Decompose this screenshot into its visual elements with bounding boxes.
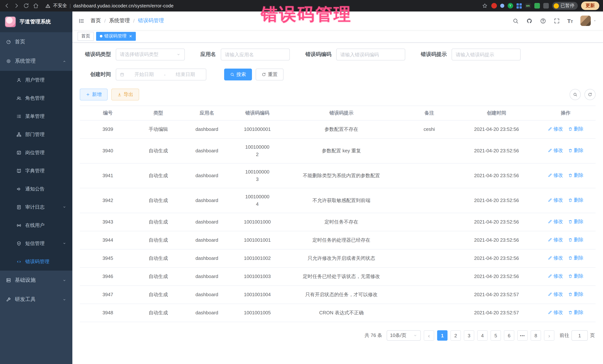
date-range-picker[interactable]: 开始日期 - 结束日期: [116, 69, 206, 80]
sidebar-item-通知公告[interactable]: 通知公告: [0, 180, 72, 198]
delete-link[interactable]: 删除: [568, 236, 583, 243]
extension-icon-puzzle[interactable]: [543, 3, 549, 9]
header-search-button[interactable]: [512, 18, 519, 24]
tag-首页[interactable]: 首页: [78, 32, 94, 41]
edit-icon: [548, 173, 552, 177]
sidebar-item-部门管理[interactable]: 部门管理: [0, 125, 72, 143]
table-header-row: 编号 类型 应用名 错误码编码 错误码提示 备注 创建时间 操作: [80, 106, 596, 120]
error-type-select[interactable]: 请选择错误码类型: [116, 49, 185, 60]
sidebar-item-岗位管理[interactable]: 岗位管理: [0, 143, 72, 162]
paused-badge[interactable]: 已暂停: [552, 2, 578, 10]
sidebar-item-角色管理[interactable]: 角色管理: [0, 89, 72, 107]
extension-icon-red[interactable]: [491, 3, 497, 9]
page-button-1[interactable]: 1: [437, 330, 448, 341]
user-menu[interactable]: [580, 16, 597, 26]
sidebar-item-错误码管理[interactable]: 错误码管理: [0, 253, 72, 271]
sidebar-item-菜单管理[interactable]: 菜单管理: [0, 107, 72, 125]
prev-page-button[interactable]: ‹: [424, 330, 434, 341]
sidebar-item-首页[interactable]: 首页: [0, 32, 72, 52]
breadcrumb-separator: /: [104, 18, 106, 24]
edit-link[interactable]: 修改: [548, 147, 563, 154]
fullscreen-button[interactable]: [554, 18, 560, 24]
edit-link[interactable]: 修改: [548, 236, 563, 243]
tag-close-icon[interactable]: ×: [129, 34, 132, 39]
page-button-5[interactable]: 5: [491, 330, 501, 341]
extension-icon-badge[interactable]: on: [525, 3, 531, 8]
browser-home-button[interactable]: [33, 3, 39, 9]
edit-link[interactable]: 修改: [548, 172, 563, 179]
delete-link[interactable]: 删除: [568, 218, 583, 225]
refresh-icon: [23, 3, 29, 9]
add-button[interactable]: 新增: [80, 88, 108, 100]
bookmark-star-button[interactable]: [481, 3, 488, 9]
delete-link[interactable]: 删除: [568, 197, 583, 204]
sidebar-item-用户管理[interactable]: 用户管理: [0, 71, 72, 89]
sidebar-item-短信管理[interactable]: 短信管理: [0, 234, 72, 253]
sidebar-item-基础设施[interactable]: 基础设施: [0, 271, 72, 290]
page-button-2[interactable]: 2: [451, 330, 461, 341]
browser-forward-button[interactable]: [13, 3, 20, 9]
font-size-button[interactable]: TT: [567, 18, 573, 24]
toggle-search-button[interactable]: [570, 89, 581, 100]
sidebar-item-研发工具[interactable]: 研发工具: [0, 290, 72, 309]
page-button-8[interactable]: 8: [531, 330, 541, 341]
breadcrumb-item-首页[interactable]: 首页: [91, 17, 101, 24]
edit-link[interactable]: 修改: [548, 272, 563, 280]
sidebar-item-字典管理[interactable]: 字典管理: [0, 162, 72, 180]
search-button[interactable]: 搜索: [224, 69, 252, 80]
page-button-6[interactable]: 6: [504, 330, 514, 341]
export-button[interactable]: 导出: [111, 88, 139, 100]
extension-icon-blue[interactable]: [500, 4, 504, 8]
github-link[interactable]: [526, 18, 532, 24]
edit-link[interactable]: 修改: [548, 197, 563, 204]
browser-back-button[interactable]: [4, 3, 10, 9]
delete-link[interactable]: 删除: [568, 172, 583, 179]
page-button-4[interactable]: 4: [477, 330, 487, 341]
delete-link[interactable]: 删除: [568, 291, 583, 298]
page-more-button[interactable]: •••: [517, 330, 528, 341]
tag-dot-icon: [100, 35, 103, 37]
sidebar-logo[interactable]: 芋道管理系统: [0, 11, 72, 32]
extension-icon-grid[interactable]: [516, 3, 522, 8]
cell-remark: [401, 163, 457, 188]
delete-link[interactable]: 删除: [568, 309, 583, 316]
edit-icon: [548, 274, 552, 278]
extension-icon-leaf[interactable]: [534, 3, 540, 9]
sidebar-item-系统管理[interactable]: 系统管理: [0, 52, 72, 71]
sidebar-toggle-button[interactable]: [78, 18, 85, 24]
edit-link[interactable]: 修改: [548, 309, 563, 316]
col-actions: 操作: [536, 106, 596, 120]
chevron-up-icon: [62, 59, 66, 63]
page-button-3[interactable]: 3: [464, 330, 474, 341]
delete-link[interactable]: 删除: [568, 125, 583, 133]
tag-错误码管理[interactable]: 错误码管理×: [96, 32, 136, 41]
edit-link[interactable]: 修改: [548, 254, 563, 262]
sidebar-item-审计日志[interactable]: 审计日志: [0, 198, 72, 216]
refresh-table-button[interactable]: [584, 89, 596, 100]
sidebar-item-在线用户[interactable]: 在线用户: [0, 216, 72, 234]
goto-page-input[interactable]: [571, 330, 588, 341]
error-hint-input[interactable]: [456, 52, 517, 57]
delete-link[interactable]: 删除: [568, 272, 583, 280]
browser-update-button[interactable]: 更新: [581, 1, 599, 10]
edit-link[interactable]: 修改: [548, 291, 563, 298]
cell-actions: 修改删除: [536, 120, 596, 138]
edit-link[interactable]: 修改: [548, 125, 563, 133]
edit-link[interactable]: 修改: [548, 218, 563, 225]
address-bar[interactable]: 不安全 | dashboard.yudao.iocoder.cn/system/…: [45, 3, 174, 9]
chevron-down-icon: [413, 333, 417, 338]
reset-button[interactable]: 重置: [256, 69, 283, 80]
browser-refresh-button[interactable]: [23, 3, 29, 9]
app-name-input[interactable]: [225, 52, 286, 57]
next-page-button[interactable]: ›: [544, 330, 554, 341]
docs-help-button[interactable]: [540, 18, 546, 24]
delete-link[interactable]: 删除: [568, 254, 583, 262]
filter-code-label: 错误码编码: [305, 51, 331, 58]
error-code-input[interactable]: [340, 52, 401, 57]
chevron-down-icon: [62, 205, 66, 209]
delete-link[interactable]: 删除: [568, 147, 583, 154]
page-size-select[interactable]: 10条/页: [387, 330, 421, 341]
breadcrumb-item-系统管理[interactable]: 系统管理: [109, 17, 130, 24]
cell-app: dashboard: [181, 163, 233, 188]
extension-icon-green[interactable]: Y: [508, 3, 513, 9]
